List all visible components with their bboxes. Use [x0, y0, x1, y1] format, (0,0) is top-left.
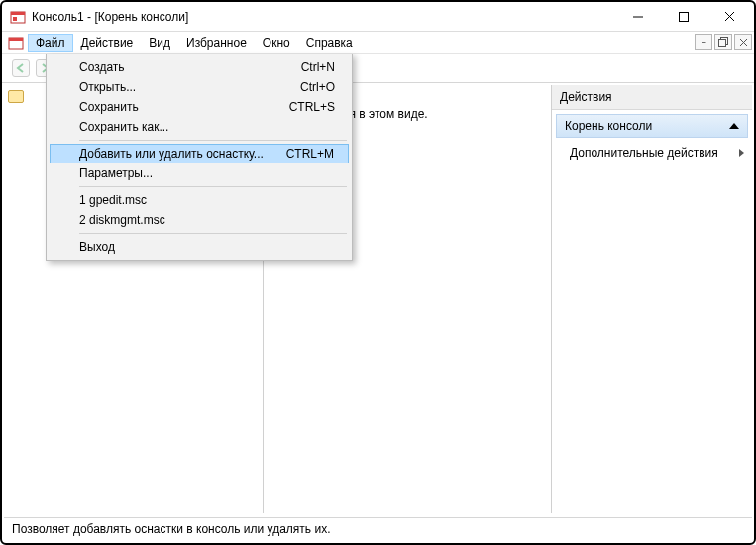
- menu-view[interactable]: Вид: [141, 34, 178, 52]
- svg-rect-10: [719, 40, 726, 47]
- menu-item-open[interactable]: Открыть... Ctrl+O: [50, 77, 349, 97]
- menu-item-add-remove-snapin[interactable]: Добавить или удалить оснастку... CTRL+M: [50, 144, 349, 164]
- collapse-icon: [729, 123, 739, 129]
- actions-pane: Действия Корень консоли Дополнительные д…: [552, 85, 752, 513]
- menu-item-exit-label: Выход: [79, 240, 115, 254]
- menu-file[interactable]: Файл: [28, 34, 73, 52]
- menu-item-exit[interactable]: Выход: [50, 237, 349, 257]
- menu-item-new-label: Создать: [79, 60, 125, 74]
- menu-item-recent-2-label: 2 diskmgmt.msc: [79, 213, 165, 227]
- menu-item-new[interactable]: Создать Ctrl+N: [50, 57, 349, 77]
- app-icon: [10, 9, 26, 25]
- menu-item-add-remove-label: Добавить или удалить оснастку...: [79, 147, 264, 161]
- mdi-minimize-button[interactable]: －: [695, 34, 712, 50]
- menu-item-new-shortcut: Ctrl+N: [301, 60, 335, 74]
- menu-item-options[interactable]: Параметры...: [50, 164, 349, 183]
- back-button[interactable]: [12, 59, 30, 77]
- menu-item-save-label: Сохранить: [79, 100, 139, 114]
- menu-separator: [79, 186, 347, 187]
- status-bar: Позволяет добавлять оснастки в консоль и…: [4, 517, 752, 541]
- menu-item-open-shortcut: Ctrl+O: [300, 80, 335, 94]
- maximize-button[interactable]: [661, 2, 706, 32]
- menu-item-recent-2[interactable]: 2 diskmgmt.msc: [50, 210, 349, 230]
- menu-favorites[interactable]: Избранное: [178, 34, 255, 52]
- svg-rect-8: [9, 38, 23, 41]
- menu-separator: [79, 140, 347, 141]
- mmc-window-icon: [8, 35, 24, 51]
- mdi-close-button[interactable]: [734, 34, 752, 50]
- folder-icon: [8, 90, 24, 103]
- minimize-button[interactable]: [615, 2, 661, 32]
- menu-separator: [79, 233, 347, 234]
- menu-item-open-label: Открыть...: [79, 80, 136, 94]
- menu-item-recent-1-label: 1 gpedit.msc: [79, 193, 147, 207]
- actions-root-label: Корень консоли: [565, 119, 652, 133]
- chevron-right-icon: [739, 149, 744, 157]
- menu-item-save-as-label: Сохранить как...: [79, 120, 168, 134]
- menu-item-save-shortcut: CTRL+S: [289, 100, 335, 114]
- window-title: Консоль1 - [Корень консоли]: [32, 10, 615, 24]
- menu-item-save-as[interactable]: Сохранить как...: [50, 117, 349, 137]
- close-button[interactable]: [706, 2, 752, 32]
- actions-header: Действия: [552, 85, 752, 110]
- svg-rect-1: [11, 12, 25, 15]
- svg-rect-2: [13, 17, 17, 21]
- title-bar: Консоль1 - [Корень консоли]: [2, 2, 754, 32]
- menu-item-save[interactable]: Сохранить CTRL+S: [50, 97, 349, 117]
- menu-item-options-label: Параметры...: [79, 166, 153, 180]
- menu-item-add-remove-shortcut: CTRL+M: [286, 147, 334, 161]
- menu-bar: Файл Действие Вид Избранное Окно Справка…: [2, 32, 754, 54]
- svg-rect-4: [680, 12, 689, 21]
- menu-action[interactable]: Действие: [73, 34, 142, 52]
- menu-help[interactable]: Справка: [298, 34, 361, 52]
- mdi-restore-button[interactable]: [714, 34, 732, 50]
- actions-more-row[interactable]: Дополнительные действия: [552, 142, 752, 164]
- actions-more-label: Дополнительные действия: [570, 146, 718, 160]
- menu-item-recent-1[interactable]: 1 gpedit.msc: [50, 190, 349, 210]
- actions-root-row[interactable]: Корень консоли: [556, 114, 748, 138]
- status-text: Позволяет добавлять оснастки в консоль и…: [12, 522, 330, 536]
- file-menu-dropdown: Создать Ctrl+N Открыть... Ctrl+O Сохрани…: [46, 54, 353, 261]
- menu-window[interactable]: Окно: [255, 34, 298, 52]
